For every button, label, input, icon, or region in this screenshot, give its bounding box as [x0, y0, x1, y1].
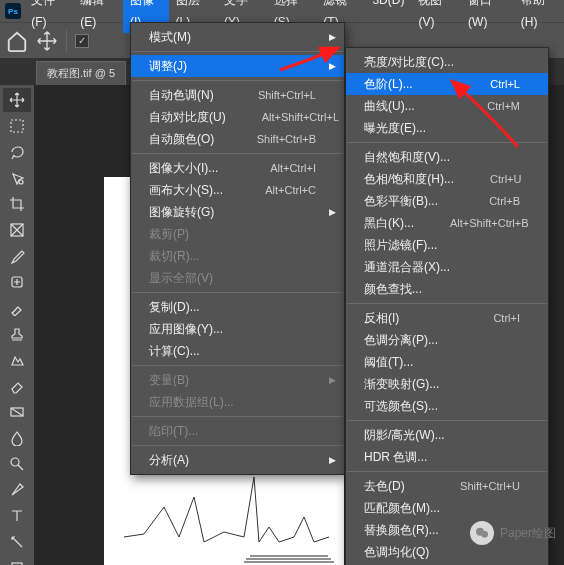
menu-视图V[interactable]: 视图(V): [411, 0, 461, 33]
menu-separator: [347, 471, 547, 472]
menu-item[interactable]: 复制(D)...: [131, 296, 344, 318]
menu-item-label: 照片滤镜(F)...: [364, 237, 520, 254]
move-tool[interactable]: [3, 88, 31, 112]
menu-3DD[interactable]: 3D(D): [365, 0, 411, 33]
menu-item[interactable]: 曲线(U)...Ctrl+M: [346, 95, 548, 117]
menu-item[interactable]: HDR 色调...: [346, 446, 548, 468]
menu-item-shortcut: Ctrl+I: [493, 312, 520, 324]
menu-item[interactable]: 黑白(K)...Alt+Shift+Ctrl+B: [346, 212, 548, 234]
menu-item[interactable]: 阈值(T)...: [346, 351, 548, 373]
menu-item[interactable]: 颜色查找...: [346, 278, 548, 300]
brush-tool[interactable]: [3, 296, 31, 320]
crop-tool[interactable]: [3, 192, 31, 216]
rect-tool[interactable]: [3, 556, 31, 565]
menu-文件F[interactable]: 文件(F): [24, 0, 73, 33]
menu-item-label: 黑白(K)...: [364, 215, 414, 232]
stamp-tool[interactable]: [3, 322, 31, 346]
menu-item[interactable]: 图像旋转(G)▶: [131, 201, 344, 223]
menu-item[interactable]: 分析(A)▶: [131, 449, 344, 471]
menu-item[interactable]: 曝光度(E)...: [346, 117, 548, 139]
gradient-tool[interactable]: [3, 400, 31, 424]
submenu-arrow-icon: ▶: [329, 375, 336, 385]
menu-item: 应用数据组(L)...: [131, 391, 344, 413]
menu-separator: [132, 153, 343, 154]
menu-item-shortcut: Shift+Ctrl+U: [460, 480, 520, 492]
menu-item-label: 亮度/对比度(C)...: [364, 54, 520, 71]
menu-item-label: 裁切(R)...: [149, 248, 316, 265]
auto-select-checkbox[interactable]: ✓: [75, 34, 89, 48]
svg-point-10: [481, 531, 488, 538]
menu-item-label: 复制(D)...: [149, 299, 316, 316]
menu-item[interactable]: 通道混合器(X)...: [346, 256, 548, 278]
menu-窗口W[interactable]: 窗口(W): [461, 0, 514, 33]
frame-tool[interactable]: [3, 218, 31, 242]
menu-item[interactable]: 自动颜色(O)Shift+Ctrl+B: [131, 128, 344, 150]
pen-tool[interactable]: [3, 478, 31, 502]
menu-separator: [347, 303, 547, 304]
watermark-text: Paper绘图: [500, 525, 556, 542]
quick-select-tool[interactable]: [3, 166, 31, 190]
main-menubar: Ps 文件(F)编辑(E)图像(I)图层(L)文字(Y)选择(S)滤镜(T)3D…: [0, 0, 564, 22]
lasso-tool[interactable]: [3, 140, 31, 164]
menu-item-label: 显示全部(V): [149, 270, 316, 287]
menu-item-label: 自动色调(N): [149, 87, 222, 104]
menu-帮助H[interactable]: 帮助(H): [514, 0, 564, 33]
menu-separator: [132, 416, 343, 417]
history-tool[interactable]: [3, 348, 31, 372]
menu-item[interactable]: 色相/饱和度(H)...Ctrl+U: [346, 168, 548, 190]
dodge-tool[interactable]: [3, 452, 31, 476]
menu-item[interactable]: 调整(J)▶: [131, 55, 344, 77]
menu-item[interactable]: 模式(M)▶: [131, 26, 344, 48]
submenu-arrow-icon: ▶: [329, 207, 336, 217]
menu-item[interactable]: 应用图像(Y)...: [131, 318, 344, 340]
menu-separator: [132, 80, 343, 81]
menu-item-label: 变量(B): [149, 372, 316, 389]
menu-item[interactable]: 画布大小(S)...Alt+Ctrl+C: [131, 179, 344, 201]
blur-tool[interactable]: [3, 426, 31, 450]
menu-item[interactable]: 计算(C)...: [131, 340, 344, 362]
menu-separator: [132, 445, 343, 446]
menu-item: 裁切(R)...: [131, 245, 344, 267]
eraser-tool[interactable]: [3, 374, 31, 398]
menu-item[interactable]: 照片滤镜(F)...: [346, 234, 548, 256]
marquee-tool[interactable]: [3, 114, 31, 138]
menu-item-label: 曝光度(E)...: [364, 120, 520, 137]
eyedrop-tool[interactable]: [3, 244, 31, 268]
tool-panel: [0, 85, 34, 565]
menu-item[interactable]: 图像大小(I)...Alt+Ctrl+I: [131, 157, 344, 179]
menu-item-shortcut: Alt+Ctrl+I: [270, 162, 316, 174]
home-icon[interactable]: [6, 30, 28, 52]
menu-item-shortcut: Shift+Ctrl+B: [257, 133, 316, 145]
menu-item-label: HDR 色调...: [364, 449, 520, 466]
menu-item[interactable]: 阴影/高光(W)...: [346, 424, 548, 446]
path-tool[interactable]: [3, 530, 31, 554]
menu-item-label: 匹配颜色(M)...: [364, 500, 520, 517]
menu-item-label: 应用数据组(L)...: [149, 394, 316, 411]
menu-item[interactable]: 色调分离(P)...: [346, 329, 548, 351]
menu-item: 显示全部(V): [131, 267, 344, 289]
menu-item[interactable]: 渐变映射(G)...: [346, 373, 548, 395]
menu-item-label: 色调分离(P)...: [364, 332, 520, 349]
menu-item[interactable]: 亮度/对比度(C)...: [346, 51, 548, 73]
submenu-arrow-icon: ▶: [329, 61, 336, 71]
menu-item[interactable]: 自然饱和度(V)...: [346, 146, 548, 168]
menu-item-label: 色相/饱和度(H)...: [364, 171, 454, 188]
menu-item[interactable]: 自动色调(N)Shift+Ctrl+L: [131, 84, 344, 106]
menu-item[interactable]: 色彩平衡(B)...Ctrl+B: [346, 190, 548, 212]
menu-item-label: 分析(A): [149, 452, 316, 469]
menu-item-shortcut: Ctrl+B: [489, 195, 520, 207]
menu-编辑E[interactable]: 编辑(E): [73, 0, 123, 33]
menu-item-label: 色彩平衡(B)...: [364, 193, 453, 210]
move-tool-icon[interactable]: [36, 30, 58, 52]
menu-item[interactable]: 反相(I)Ctrl+I: [346, 307, 548, 329]
menu-item[interactable]: 可选颜色(S)...: [346, 395, 548, 417]
heal-tool[interactable]: [3, 270, 31, 294]
menu-item[interactable]: 自动对比度(U)Alt+Shift+Ctrl+L: [131, 106, 344, 128]
menu-item[interactable]: 色阶(L)...Ctrl+L: [346, 73, 548, 95]
document-tab[interactable]: 教程图.tif @ 5: [36, 61, 126, 85]
menu-item[interactable]: 去色(D)Shift+Ctrl+U: [346, 475, 548, 497]
menu-item-label: 色调均化(Q): [364, 544, 520, 561]
menu-item[interactable]: 匹配颜色(M)...: [346, 497, 548, 519]
menu-item-label: 应用图像(Y)...: [149, 321, 316, 338]
type-tool[interactable]: [3, 504, 31, 528]
